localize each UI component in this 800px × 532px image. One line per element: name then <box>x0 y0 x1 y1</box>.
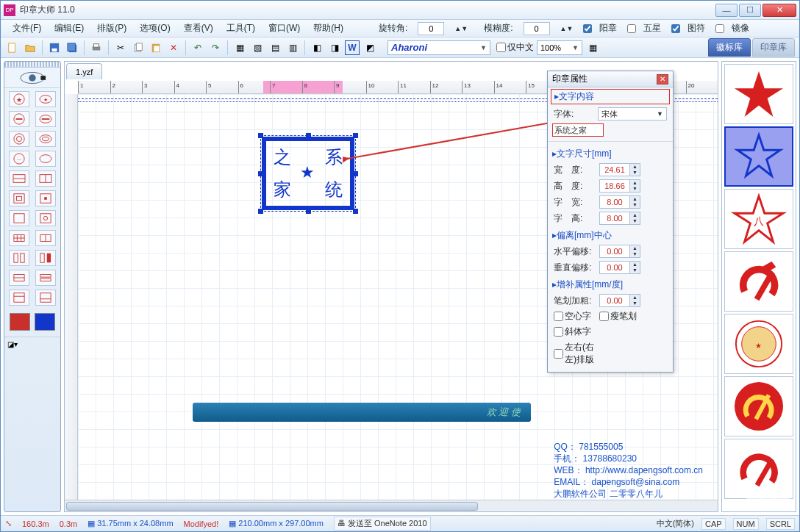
zoom-select[interactable]: 100%▼ <box>537 40 582 55</box>
color-red[interactable] <box>10 313 30 331</box>
shape-palette: ★ ★ ⋯ <box>4 61 61 512</box>
tool-b[interactable]: ▧ <box>250 40 265 55</box>
tool-save[interactable] <box>47 40 62 55</box>
palette-footer[interactable]: ◪▾ <box>4 337 60 351</box>
tool-saveall[interactable] <box>65 40 79 55</box>
shape-sq-ring[interactable] <box>9 190 29 206</box>
tool-cut[interactable]: ✂ <box>113 40 128 55</box>
spin-char-width[interactable]: 8.00▲▼ <box>599 195 640 209</box>
tool-open[interactable] <box>23 40 38 55</box>
check-hollow[interactable] <box>554 312 563 321</box>
shape-f[interactable] <box>35 250 56 266</box>
shape-j[interactable] <box>35 290 56 306</box>
shape-i[interactable] <box>9 290 29 306</box>
tool-redo[interactable]: ↷ <box>208 40 223 55</box>
font-select[interactable]: Aharoni▼ <box>388 40 490 55</box>
shape-grid2[interactable] <box>35 170 56 187</box>
tool-paste[interactable] <box>149 40 163 55</box>
badge-item[interactable] <box>724 251 793 312</box>
close-button[interactable]: ✕ <box>762 4 796 17</box>
palette-grip[interactable] <box>4 62 60 68</box>
check-star[interactable] <box>627 24 636 33</box>
check-italic[interactable] <box>554 327 563 337</box>
shape-g[interactable] <box>9 270 29 286</box>
stamp-object[interactable]: 之 系 ★ 家 统 <box>262 137 354 210</box>
tab-badge-lib[interactable]: 徽标库 <box>708 38 751 57</box>
shape-a[interactable] <box>9 210 29 226</box>
spin-char-height[interactable]: 8.00▲▼ <box>599 212 640 225</box>
minimize-button[interactable]: — <box>715 4 738 17</box>
shape-dots-circle[interactable]: ⋯ <box>9 151 29 167</box>
spin-width[interactable]: 24.61▲▼ <box>599 163 640 176</box>
tool-c[interactable]: ▤ <box>268 40 282 55</box>
shape-circle-star[interactable]: ★ <box>9 91 29 107</box>
shape-sq-dot[interactable] <box>35 190 56 206</box>
tool-word[interactable]: W <box>345 40 360 55</box>
shape-c[interactable] <box>9 230 29 246</box>
select-font[interactable]: 宋体▼ <box>598 107 667 121</box>
shape-minus-circle[interactable] <box>9 111 29 127</box>
shape-minus-oval[interactable] <box>35 111 56 127</box>
badge-item[interactable]: 八 <box>724 189 793 249</box>
tool-e[interactable]: ◧ <box>310 40 324 55</box>
check-thin[interactable] <box>599 312 609 321</box>
badge-item[interactable] <box>724 126 793 187</box>
properties-close[interactable]: ✕ <box>657 74 668 85</box>
menu-view[interactable]: 查看(V) <box>178 21 219 36</box>
shape-dots-oval[interactable] <box>35 151 56 167</box>
shape-d[interactable] <box>35 230 56 246</box>
menu-file[interactable]: 文件(F) <box>7 21 47 36</box>
tool-undo[interactable]: ↶ <box>190 40 205 55</box>
tool-print[interactable] <box>89 40 104 55</box>
spin-height[interactable]: 18.66▲▼ <box>599 179 640 193</box>
menu-tools[interactable]: 工具(T) <box>221 21 261 36</box>
section-offset[interactable]: ▸偏离[mm]中心 <box>548 226 673 243</box>
document-tab[interactable]: 1.yzf <box>66 63 102 79</box>
preview-eye[interactable] <box>4 68 60 88</box>
tool-d[interactable]: ▥ <box>285 40 300 55</box>
menu-options[interactable]: 选项(O) <box>134 21 176 36</box>
color-blue[interactable] <box>35 313 55 331</box>
badge-item[interactable] <box>724 64 793 124</box>
tool-f[interactable]: ◨ <box>327 40 342 55</box>
blur-input[interactable] <box>524 22 550 35</box>
tool-a[interactable]: ▦ <box>232 40 247 55</box>
check-mirror[interactable] <box>715 24 724 33</box>
menu-layout[interactable]: 排版(P) <box>91 21 132 36</box>
check-rtl[interactable] <box>554 349 563 359</box>
section-text[interactable]: ▸文字内容 <box>551 89 670 104</box>
spin-offset-x[interactable]: 0.00▲▼ <box>599 245 640 258</box>
badge-item[interactable] <box>724 376 793 436</box>
shape-grid1[interactable] <box>9 170 29 187</box>
check-cn-only[interactable] <box>496 43 506 52</box>
properties-titlebar[interactable]: 印章属性 ✕ <box>548 71 673 87</box>
tool-new[interactable] <box>5 40 20 55</box>
shape-e[interactable] <box>9 250 29 266</box>
tool-delete[interactable]: ✕ <box>166 40 181 55</box>
tab-stamp-lib[interactable]: 印章库 <box>752 38 795 57</box>
input-text-content[interactable] <box>552 123 604 137</box>
spin-stroke[interactable]: 0.00▲▼ <box>599 294 640 307</box>
menu-window[interactable]: 窗口(W) <box>262 21 306 36</box>
spin-offset-y[interactable]: 0.00▲▼ <box>599 261 640 274</box>
check-tufu[interactable] <box>671 24 680 33</box>
tool-g[interactable]: ◩ <box>362 40 377 55</box>
check-yang[interactable] <box>583 24 592 33</box>
rotate-input[interactable] <box>418 22 444 35</box>
ruler-vertical[interactable] <box>65 94 78 500</box>
shape-h[interactable] <box>35 270 56 286</box>
shape-oval-star[interactable]: ★ <box>35 91 56 107</box>
status-send-onenote[interactable]: 🖶 发送至 OneNote 2010 <box>334 517 431 531</box>
menu-help[interactable]: 帮助(H) <box>307 21 349 36</box>
shape-b[interactable] <box>35 210 56 226</box>
tool-h[interactable]: ▦ <box>585 40 600 55</box>
section-size[interactable]: ▸文字尺寸[mm] <box>548 145 673 162</box>
section-extra[interactable]: ▸增补属性[mm/度] <box>548 276 673 292</box>
menu-edit[interactable]: 编辑(E) <box>49 21 90 36</box>
maximize-button[interactable]: ☐ <box>739 4 761 17</box>
tool-copy[interactable] <box>131 40 146 55</box>
shape-ring[interactable] <box>9 131 29 147</box>
shape-oval-ring[interactable] <box>35 131 56 147</box>
scrollbar-horizontal[interactable] <box>65 500 718 511</box>
badge-item[interactable]: ★ <box>724 314 793 374</box>
